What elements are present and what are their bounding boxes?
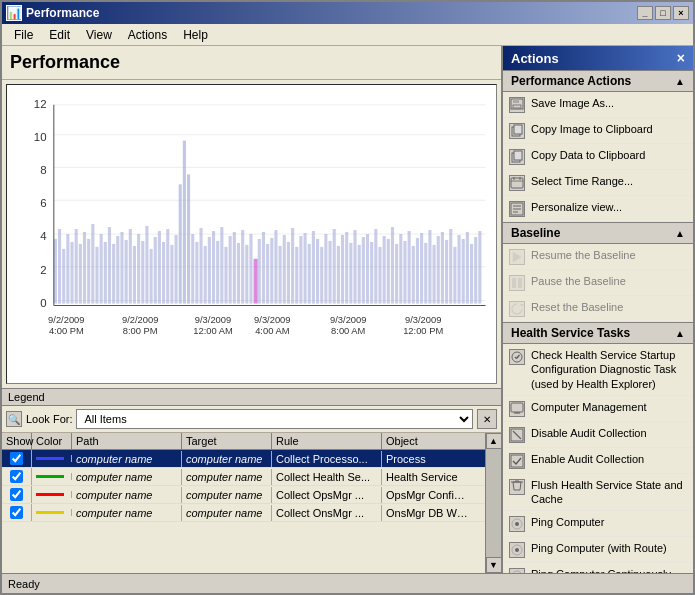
copy-data-label: Copy Data to Clipboard <box>531 148 687 162</box>
svg-rect-100 <box>408 231 411 304</box>
svg-rect-80 <box>324 234 327 304</box>
baseline-label: Baseline <box>511 226 560 240</box>
legend-search-bar: 🔍 Look For: All Items ✕ <box>2 406 501 433</box>
svg-rect-26 <box>100 234 103 304</box>
row-color-3 <box>32 491 72 498</box>
svg-rect-58 <box>233 232 236 304</box>
svg-rect-28 <box>108 227 111 303</box>
svg-rect-51 <box>204 246 207 304</box>
baseline-header[interactable]: Baseline ▲ <box>503 222 693 244</box>
search-dropdown[interactable]: All Items <box>76 409 473 429</box>
svg-rect-148 <box>512 278 516 288</box>
action-save-image[interactable]: Save Image As... <box>503 92 693 118</box>
svg-rect-107 <box>437 236 440 304</box>
actions-close-button[interactable]: × <box>677 50 685 66</box>
svg-rect-18 <box>66 234 69 304</box>
svg-rect-83 <box>337 246 340 304</box>
action-select-time[interactable]: Select Time Range... <box>503 170 693 196</box>
svg-rect-22 <box>83 232 86 304</box>
svg-rect-37 <box>145 226 148 303</box>
row-checkbox-2[interactable] <box>10 470 23 483</box>
action-disable-audit[interactable]: Disable Audit Collection <box>503 422 693 448</box>
action-computer-mgmt[interactable]: Computer Management <box>503 396 693 422</box>
svg-rect-60 <box>241 230 244 304</box>
svg-text:0: 0 <box>40 298 46 310</box>
search-icon: 🔍 <box>6 411 22 427</box>
action-check-health[interactable]: Check Health Service Startup Configurati… <box>503 344 693 396</box>
svg-rect-27 <box>104 242 107 304</box>
svg-rect-76 <box>308 244 311 304</box>
performance-actions-header[interactable]: Performance Actions ▲ <box>503 70 693 92</box>
svg-rect-68 <box>274 230 277 304</box>
check-health-label: Check Health Service Startup Configurati… <box>531 348 687 391</box>
svg-rect-79 <box>320 247 323 304</box>
search-clear-button[interactable]: ✕ <box>477 409 497 429</box>
maximize-button[interactable]: □ <box>655 6 671 20</box>
svg-rect-57 <box>229 236 232 304</box>
svg-rect-78 <box>316 239 319 304</box>
svg-line-158 <box>513 431 521 439</box>
svg-rect-98 <box>399 234 402 304</box>
close-button[interactable]: × <box>673 6 689 20</box>
scrollbar-down[interactable]: ▼ <box>486 557 502 573</box>
svg-text:10: 10 <box>34 131 47 143</box>
svg-rect-104 <box>424 243 427 304</box>
svg-rect-29 <box>112 244 115 304</box>
svg-point-164 <box>515 548 519 552</box>
window-title: Performance <box>26 6 637 20</box>
svg-text:12:00 PM: 12:00 PM <box>403 327 443 337</box>
action-reset-baseline[interactable]: Reset the Baseline <box>503 296 693 322</box>
row-checkbox-3[interactable] <box>10 488 23 501</box>
row-path-3: computer name <box>72 487 182 503</box>
svg-line-153 <box>517 355 520 359</box>
svg-rect-103 <box>420 233 423 304</box>
action-copy-data[interactable]: Copy Data to Clipboard <box>503 144 693 170</box>
col-header-target: Target <box>182 433 272 449</box>
row-path-2: computer name <box>72 469 182 485</box>
pause-baseline-label: Pause the Baseline <box>531 274 687 288</box>
svg-rect-70 <box>283 235 286 304</box>
menu-edit[interactable]: Edit <box>41 26 78 44</box>
select-time-label: Select Time Range... <box>531 174 687 188</box>
menu-view[interactable]: View <box>78 26 120 44</box>
action-personalize[interactable]: Personalize view... <box>503 196 693 222</box>
row-rule-1: Collect Processo... <box>272 451 382 467</box>
table-row[interactable]: computer name computer name Collect OnsM… <box>2 504 485 522</box>
row-checkbox-4[interactable] <box>10 506 23 519</box>
action-pause-baseline[interactable]: Pause the Baseline <box>503 270 693 296</box>
svg-rect-112 <box>458 235 461 304</box>
svg-text:8:00 AM: 8:00 AM <box>331 327 365 337</box>
svg-rect-101 <box>412 246 415 304</box>
row-target-2: computer name <box>182 469 272 485</box>
table-row[interactable]: computer name computer name Collect OpsM… <box>2 486 485 504</box>
menu-file[interactable]: File <box>6 26 41 44</box>
action-copy-image[interactable]: Copy Image to Clipboard <box>503 118 693 144</box>
enable-audit-icon <box>509 453 525 469</box>
row-checkbox-1[interactable] <box>10 452 23 465</box>
svg-rect-69 <box>279 246 282 304</box>
action-resume-baseline[interactable]: Resume the Baseline <box>503 244 693 270</box>
action-enable-audit[interactable]: Enable Audit Collection <box>503 448 693 474</box>
svg-rect-109 <box>445 240 448 304</box>
personalize-label: Personalize view... <box>531 200 687 214</box>
legend-scrollbar: ▲ ▼ <box>485 433 501 573</box>
action-ping-continuous[interactable]: Ping Computer Continuously (ping -t) <box>503 563 693 573</box>
action-ping-route[interactable]: Ping Computer (with Route) <box>503 537 693 563</box>
svg-rect-117 <box>478 231 481 304</box>
health-service-header[interactable]: Health Service Tasks ▲ <box>503 322 693 344</box>
menu-help[interactable]: Help <box>175 26 216 44</box>
svg-marker-150 <box>520 304 524 307</box>
menu-actions[interactable]: Actions <box>120 26 175 44</box>
ping-route-icon <box>509 542 525 558</box>
table-row[interactable]: computer name computer name Collect Proc… <box>2 450 485 468</box>
svg-rect-84 <box>341 235 344 304</box>
row-target-1: computer name <box>182 451 272 467</box>
minimize-button[interactable]: _ <box>637 6 653 20</box>
svg-rect-46 <box>183 141 186 304</box>
scrollbar-up[interactable]: ▲ <box>486 433 502 449</box>
action-flush-health[interactable]: Flush Health Service State and Cache <box>503 474 693 512</box>
table-row[interactable]: computer name computer name Collect Heal… <box>2 468 485 486</box>
svg-text:12: 12 <box>34 98 47 110</box>
page-title: Performance <box>10 52 493 73</box>
action-ping[interactable]: Ping Computer <box>503 511 693 537</box>
